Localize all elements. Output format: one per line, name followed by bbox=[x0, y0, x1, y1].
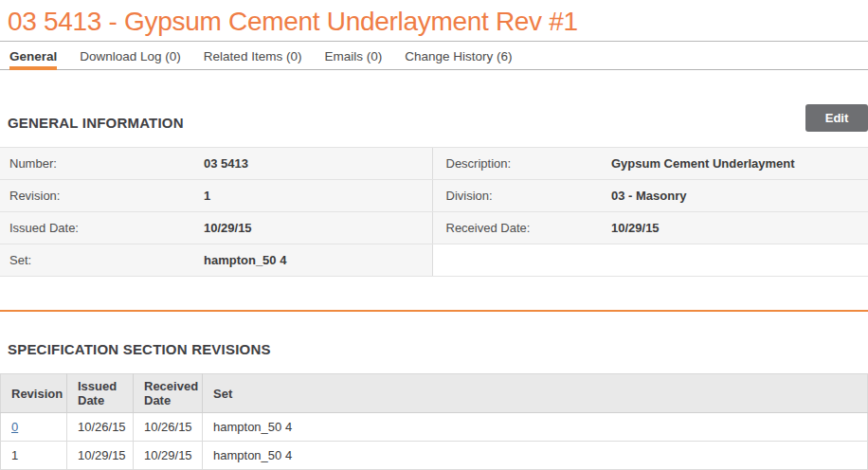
received-date-field-value: 10/29/15 bbox=[611, 212, 868, 244]
number-field-label: Number: bbox=[0, 148, 204, 180]
received-date-field-label: Received Date: bbox=[432, 212, 611, 244]
issued-date-cell: 10/29/15 bbox=[67, 442, 134, 470]
column-header-set: Set bbox=[203, 374, 868, 413]
tab-general[interactable]: General bbox=[9, 42, 57, 70]
table-row: Issued Date: 10/29/15 Received Date: 10/… bbox=[0, 212, 868, 244]
description-field-label: Description: bbox=[432, 148, 611, 180]
received-date-cell: 10/29/15 bbox=[134, 442, 203, 470]
received-date-cell: 10/26/15 bbox=[134, 413, 203, 442]
revision-cell: 1 bbox=[1, 442, 67, 470]
page-title: 03 5413 - Gypsum Cement Underlayment Rev… bbox=[0, 0, 868, 41]
tab-related-items[interactable]: Related Items (0) bbox=[204, 42, 302, 69]
revisions-table: Revision Issued Date Received Date Set 0… bbox=[0, 373, 868, 470]
general-information-header: GENERAL INFORMATION Edit bbox=[0, 104, 868, 132]
revision-field-label: Revision: bbox=[0, 180, 204, 212]
issued-date-field-value: 10/29/15 bbox=[204, 212, 432, 244]
set-field-value: hampton_50 4 bbox=[204, 244, 432, 277]
table-row: 0 10/26/15 10/26/15 hampton_50 4 bbox=[1, 413, 868, 442]
tab-download-log[interactable]: Download Log (0) bbox=[80, 42, 181, 69]
division-field-value: 03 - Masonry bbox=[611, 180, 868, 212]
column-header-revision: Revision bbox=[1, 374, 67, 413]
tab-emails[interactable]: Emails (0) bbox=[324, 42, 382, 69]
general-information-table: Number: 03 5413 Description: Gypsum Ceme… bbox=[0, 147, 868, 277]
edit-button[interactable]: Edit bbox=[805, 104, 868, 132]
revisions-table-header-row: Revision Issued Date Received Date Set bbox=[1, 374, 868, 413]
column-header-received-date: Received Date bbox=[134, 374, 203, 413]
empty-field-value bbox=[611, 244, 868, 277]
division-field-label: Division: bbox=[432, 180, 611, 212]
table-row: Revision: 1 Division: 03 - Masonry bbox=[0, 180, 868, 212]
issued-date-cell: 10/26/15 bbox=[67, 413, 134, 442]
issued-date-field-label: Issued Date: bbox=[0, 212, 204, 244]
specification-section-revisions-heading: SPECIFICATION SECTION REVISIONS bbox=[0, 341, 868, 357]
tab-change-history[interactable]: Change History (6) bbox=[405, 42, 512, 69]
section-divider bbox=[0, 310, 868, 312]
table-row: Number: 03 5413 Description: Gypsum Ceme… bbox=[0, 148, 868, 180]
revision-cell: 0 bbox=[1, 413, 67, 442]
set-cell: hampton_50 4 bbox=[203, 442, 868, 470]
column-header-issued-date: Issued Date bbox=[67, 374, 134, 413]
table-row: 1 10/29/15 10/29/15 hampton_50 4 bbox=[1, 442, 868, 470]
table-row: Set: hampton_50 4 bbox=[0, 244, 868, 277]
spec-section-detail-page: 03 5413 - Gypsum Cement Underlayment Rev… bbox=[0, 0, 868, 470]
set-cell: hampton_50 4 bbox=[203, 413, 868, 442]
revision-field-value: 1 bbox=[204, 180, 432, 212]
number-field-value: 03 5413 bbox=[204, 148, 432, 180]
revision-0-link[interactable]: 0 bbox=[11, 420, 18, 434]
description-field-value: Gypsum Cement Underlayment bbox=[611, 148, 868, 180]
tab-bar: General Download Log (0) Related Items (… bbox=[0, 41, 868, 70]
general-information-heading: GENERAL INFORMATION bbox=[8, 115, 184, 131]
set-field-label: Set: bbox=[0, 244, 204, 277]
empty-field-label bbox=[432, 244, 611, 277]
